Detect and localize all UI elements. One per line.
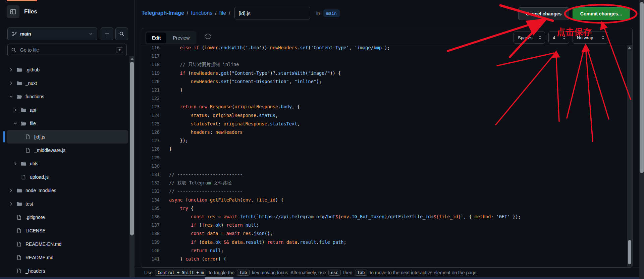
breadcrumb-repo-link[interactable]: Telegraph-Image <box>142 10 184 16</box>
file-icon <box>16 228 22 233</box>
tree-file-item[interactable]: _headers <box>7 264 128 278</box>
code-line[interactable]: 133// ------------------------ <box>142 187 627 196</box>
search-icon <box>11 47 16 53</box>
code-text: return new Response(originalResponse.bod… <box>169 103 300 111</box>
code-line[interactable]: 139 if (data.ok && data.result) return d… <box>142 238 627 246</box>
tree-item-label: LICENSE <box>25 228 46 233</box>
line-number: 137 <box>142 221 160 229</box>
tree-folder-item[interactable]: test <box>7 197 128 211</box>
editor-scrollbar-thumb[interactable] <box>628 240 631 264</box>
page-scrollbar-thumb[interactable] <box>640 2 644 173</box>
tree-item-label: README-EN.md <box>25 241 61 247</box>
tree-item-label: test <box>25 201 33 207</box>
code-line[interactable]: 136 const res = await fetch(`https://api… <box>142 213 627 221</box>
indent-mode-select[interactable]: Spaces <box>514 32 545 44</box>
code-line[interactable]: 128} <box>142 145 627 153</box>
code-line[interactable]: 124 status: originalResponse.status, <box>142 111 627 120</box>
code-line[interactable]: 121 } <box>142 86 627 94</box>
breadcrumb-folder-link[interactable]: file <box>219 10 226 16</box>
code-text: else if (lower.endsWith('.bmp')) newHead… <box>169 45 390 52</box>
code-line[interactable]: 140 return null; <box>142 246 627 255</box>
breadcrumb-folder-link[interactable]: functions <box>191 10 212 16</box>
code-line[interactable]: 117 <box>142 52 627 60</box>
tree-file-item[interactable]: .gitignore <box>7 211 128 224</box>
sidebar-collapse-icon <box>10 9 16 15</box>
code-line[interactable]: 119 if (newHeaders.get("Content-Type")?.… <box>142 69 627 77</box>
tree-file-item[interactable]: [id].js <box>7 130 128 144</box>
tree-folder-item[interactable]: node_modules <box>7 184 128 197</box>
folder-icon <box>21 107 26 113</box>
in-label: in <box>316 10 320 16</box>
chevron-right-icon <box>9 67 13 72</box>
tree-folder-item[interactable]: functions <box>7 90 128 103</box>
filename-input[interactable] <box>234 7 310 19</box>
keyboard-shortcut-chip: Control + Shift + m <box>155 270 206 276</box>
tree-item-label: _middleware.js <box>34 148 65 153</box>
tab-edit[interactable]: Edit <box>146 33 166 43</box>
collapse-sidebar-button[interactable] <box>7 5 19 18</box>
code-line[interactable]: 134async function getFilePath(env, file_… <box>142 196 627 204</box>
tree-folder-item[interactable]: _nuxt <box>7 76 128 90</box>
tree-folder-item[interactable]: api <box>7 103 128 117</box>
scroll-up-arrow-icon[interactable] <box>628 47 631 49</box>
indent-size-select[interactable]: 4 <box>548 32 569 44</box>
tree-file-item[interactable]: upload.js <box>7 170 128 184</box>
code-line[interactable]: 135 try { <box>142 204 627 213</box>
scroll-up-arrow-icon[interactable] <box>130 58 134 60</box>
branch-selector-button[interactable]: main <box>7 27 97 40</box>
code-text: // ------------------------ <box>169 170 243 179</box>
hint-text: to toggle the <box>209 270 234 275</box>
code-text: return null; <box>169 246 224 255</box>
tree-item-label: utils <box>30 161 38 166</box>
tree-folder-item[interactable]: file <box>7 117 128 130</box>
code-line[interactable]: 118 // 只针对图片强制 inline <box>142 60 627 69</box>
code-line[interactable]: 131// ------------------------ <box>142 170 627 179</box>
cancel-changes-button[interactable]: Cancel changes <box>518 7 569 20</box>
code-line[interactable]: 123 return new Response(originalResponse… <box>142 103 627 111</box>
tab-preview[interactable]: Preview <box>167 33 195 43</box>
tree-file-item[interactable]: README.md <box>7 251 128 264</box>
copilot-button[interactable] <box>204 33 212 41</box>
code-line[interactable]: 132// 获取 Telegram 文件路径 <box>142 179 627 187</box>
code-line[interactable]: 141 } catch (error) { <box>142 255 627 263</box>
folder-icon <box>16 201 22 207</box>
code-line[interactable]: 122 <box>142 94 627 103</box>
code-line[interactable]: 120 newHeaders.set("Content-Disposition"… <box>142 77 627 86</box>
search-files-button[interactable] <box>115 27 128 40</box>
code-line[interactable]: 130 <box>142 162 627 170</box>
tree-file-item[interactable]: _middleware.js <box>7 144 128 157</box>
tree-folder-item[interactable]: utils <box>7 157 128 170</box>
code-text: status: originalResponse.status, <box>169 111 278 120</box>
folder-open-icon <box>16 94 22 100</box>
code-line[interactable]: 129 <box>142 154 627 162</box>
line-number: 123 <box>142 103 160 111</box>
sidebar-scrollbar-thumb[interactable] <box>130 62 134 235</box>
sidebar-title: Files <box>24 8 37 15</box>
tree-folder-item[interactable]: .github <box>7 63 128 76</box>
code-line[interactable]: 125 statusText: originalResponse.statusT… <box>142 120 627 128</box>
horizontal-scrollbar-thumb[interactable] <box>205 277 233 279</box>
code-text: async function getFilePath(env, file_id)… <box>169 196 283 204</box>
go-to-file-box: t <box>7 44 127 56</box>
tree-file-item[interactable]: LICENSE <box>7 224 128 237</box>
keyboard-shortcut-chip: tab <box>237 270 250 276</box>
go-to-file-input[interactable] <box>19 47 113 53</box>
keyboard-shortcut-chip: tab <box>355 270 368 276</box>
wrap-mode-select[interactable]: No wrap <box>573 32 608 44</box>
horizontal-scrollbar-track[interactable] <box>0 277 639 279</box>
code-line[interactable]: 127 }); <box>142 136 627 145</box>
search-icon <box>119 31 124 37</box>
tree-file-item[interactable]: README-EN.md <box>7 237 128 251</box>
new-file-button[interactable] <box>101 27 113 40</box>
code-line[interactable]: 116 else if (lower.endsWith('.bmp')) new… <box>142 45 627 52</box>
code-line[interactable]: 138 const data = await res.json(); <box>142 229 627 238</box>
editor-scrollbar-track[interactable] <box>627 45 632 267</box>
file-icon <box>21 174 26 180</box>
code-text: // 只针对图片强制 inline <box>169 60 239 69</box>
code-editor[interactable]: 116 else if (lower.endsWith('.bmp')) new… <box>142 45 627 267</box>
tree-item-label: .github <box>25 67 40 72</box>
code-line[interactable]: 137 if (!res.ok) return null; <box>142 221 627 229</box>
file-icon <box>16 268 22 274</box>
commit-changes-button[interactable]: Commit changes... <box>573 7 630 20</box>
code-line[interactable]: 126 headers: newHeaders <box>142 128 627 136</box>
